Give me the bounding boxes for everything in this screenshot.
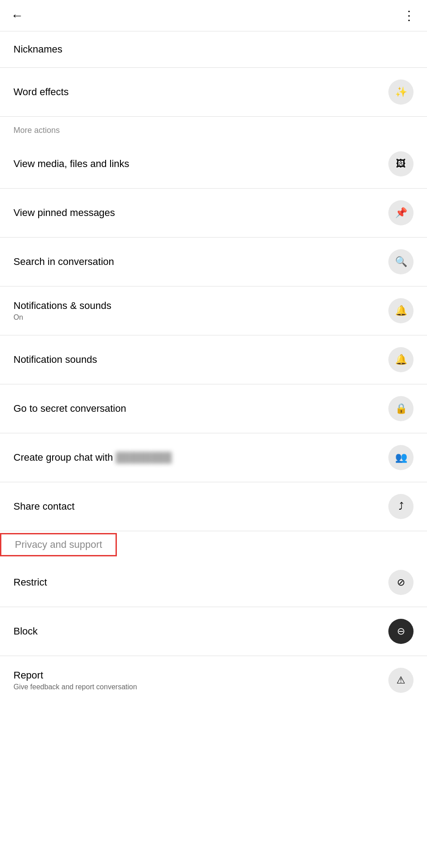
word-effects-item[interactable]: Word effects ✨ [0,68,427,116]
block-icon: ⊖ [397,626,405,637]
create-group-icon-circle: 👥 [388,445,414,470]
notifications-sounds-item[interactable]: Notifications & sounds On 🔔 [0,286,427,335]
block-item[interactable]: Block ⊖ [0,607,427,656]
create-group-item[interactable]: Create group chat with ████████ 👥 [0,433,427,482]
secret-conversation-icon-circle: 🔒 [388,396,414,421]
notification-sounds-item[interactable]: Notification sounds 🔔 [0,335,427,384]
nicknames-item[interactable]: Nicknames [0,31,427,67]
create-group-name-blurred: ████████ [116,452,172,463]
report-item-left: Report Give feedback and report conversa… [13,670,137,691]
notification-sounds-item-left: Notification sounds [13,354,97,366]
divider-10 [0,531,427,531]
notifications-sounds-title: Notifications & sounds [13,300,111,312]
lock-icon: 🔒 [395,403,407,414]
header: ← ⋮ [0,0,427,31]
notification-sounds-title: Notification sounds [13,354,97,366]
notifications-sounds-subtitle: On [13,313,111,322]
notifications-sounds-icon-circle: 🔔 [388,298,414,323]
create-group-item-left: Create group chat with ████████ [13,452,172,463]
report-icon-circle: ⚠ [388,668,414,693]
privacy-support-section: Privacy and support [0,533,117,556]
search-conversation-icon-circle: 🔍 [388,249,414,274]
search-conversation-item[interactable]: Search in conversation 🔍 [0,238,427,286]
create-group-title: Create group chat with ████████ [13,452,172,463]
create-group-title-text: Create group chat with [13,452,113,463]
word-effects-icon-circle: ✨ [388,79,414,105]
view-media-item-left: View media, files and links [13,158,129,170]
view-pinned-item-left: View pinned messages [13,207,115,219]
more-options-button[interactable]: ⋮ [403,8,416,23]
word-effects-icon: ✨ [395,86,407,98]
report-title: Report [13,670,137,681]
pin-icon: 📌 [395,207,407,219]
bell2-icon: 🔔 [395,354,407,366]
word-effects-item-left: Word effects [13,86,69,98]
nicknames-title: Nicknames [13,44,62,55]
share-contact-item-left: Share contact [13,501,75,512]
restrict-item[interactable]: Restrict ⊘ [0,558,427,607]
secret-conversation-item[interactable]: Go to secret conversation 🔒 [0,384,427,433]
notifications-sounds-item-left: Notifications & sounds On [13,300,111,322]
more-actions-label: More actions [13,126,60,135]
restrict-title: Restrict [13,577,47,588]
share-contact-title: Share contact [13,501,75,512]
media-icon: 🖼 [396,158,406,170]
view-media-title: View media, files and links [13,158,129,170]
block-title: Block [13,626,38,637]
search-conversation-item-left: Search in conversation [13,256,114,268]
group-icon: 👥 [395,452,407,463]
share-contact-item[interactable]: Share contact ⤴ [0,482,427,531]
view-pinned-title: View pinned messages [13,207,115,219]
view-pinned-icon-circle: 📌 [388,200,414,225]
share-icon: ⤴ [399,501,404,512]
search-conversation-title: Search in conversation [13,256,114,268]
restrict-icon: ⊘ [397,577,405,588]
view-pinned-item[interactable]: View pinned messages 📌 [0,189,427,237]
privacy-support-label: Privacy and support [15,539,102,550]
more-actions-section: More actions [0,117,427,140]
block-icon-circle: ⊖ [388,619,414,644]
back-button[interactable]: ← [11,9,23,23]
report-item[interactable]: Report Give feedback and report conversa… [0,656,427,705]
block-item-left: Block [13,626,38,637]
search-icon: 🔍 [395,256,407,268]
notification-sounds-icon-circle: 🔔 [388,347,414,372]
warning-icon: ⚠ [396,674,405,686]
restrict-item-left: Restrict [13,577,47,588]
view-media-item[interactable]: View media, files and links 🖼 [0,140,427,188]
restrict-icon-circle: ⊘ [388,570,414,595]
view-media-icon-circle: 🖼 [388,151,414,176]
secret-conversation-item-left: Go to secret conversation [13,403,126,414]
secret-conversation-title: Go to secret conversation [13,403,126,414]
nicknames-item-left: Nicknames [13,44,62,55]
report-subtitle: Give feedback and report conversation [13,683,137,691]
bell-icon: 🔔 [395,305,407,317]
share-contact-icon-circle: ⤴ [388,494,414,519]
word-effects-title: Word effects [13,86,69,98]
